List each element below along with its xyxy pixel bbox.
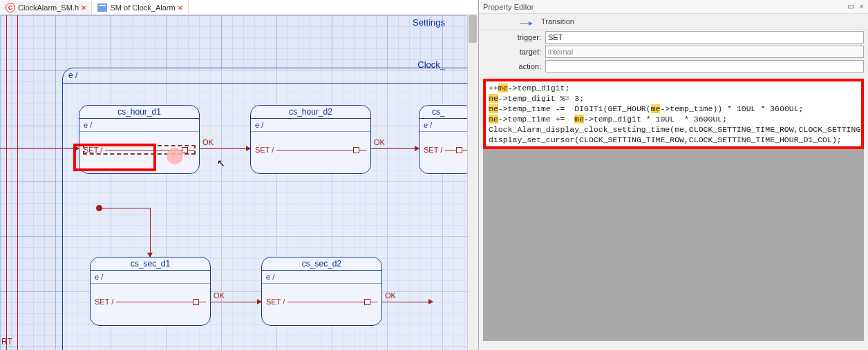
outer-entry-action: e / (63, 68, 477, 84)
transition-line (150, 208, 151, 257)
close-icon[interactable]: × (860, 2, 864, 11)
c-file-icon: C (6, 3, 15, 12)
ok-label: OK (385, 291, 396, 300)
statemachine-icon (97, 3, 107, 12)
action-input[interactable] (545, 60, 864, 72)
set-internal-transition[interactable]: SET / (95, 298, 206, 306)
transition-line (211, 302, 261, 302)
state-entry: e / (91, 271, 210, 284)
state-title: cs_hour_d2 (251, 106, 370, 119)
target-label: target: (483, 48, 541, 56)
set-line (105, 150, 195, 150)
editor-tabbar: C ClockAlarm_SM.h × SM of Clock_Alarm × (0, 0, 477, 15)
transition-line (6, 15, 7, 350)
state-body: SET / (262, 284, 381, 309)
close-icon[interactable]: × (82, 3, 86, 12)
state-title: cs_sec_d1 (91, 257, 210, 271)
set-label: SET / (424, 146, 442, 154)
state-body: SET / (251, 132, 370, 157)
ok-label: OK (202, 138, 214, 146)
set-line (276, 150, 366, 150)
state-title: cs_hour_d1 (79, 106, 199, 119)
trigger-input[interactable] (545, 31, 864, 43)
transition-line (382, 302, 433, 302)
transition-line (17, 15, 18, 350)
property-editor-subtitle: Transition (479, 14, 868, 30)
state-cs-sec-d2[interactable]: cs_sec_d2 e / SET / (261, 257, 382, 326)
close-icon[interactable]: × (178, 3, 182, 12)
transition-label: Transition (541, 17, 574, 26)
state-entry: e / (251, 119, 370, 132)
state-entry: e / (262, 271, 381, 284)
arrow-right-icon (257, 299, 262, 304)
diagram-canvas[interactable]: Settings Clock_ e / cs_hour_d1 e / SET /… (0, 15, 477, 350)
pointer-marker (167, 148, 183, 164)
set-line (116, 302, 206, 302)
arrow-right-icon (246, 146, 251, 151)
arrow-right-icon (428, 299, 433, 304)
transition-line (102, 208, 151, 208)
initial-pseudostate (96, 205, 102, 211)
set-label: SET / (266, 298, 285, 306)
set-label: SET / (84, 146, 102, 154)
set-internal-transition[interactable]: SET / (255, 146, 366, 154)
trigger-label: trigger: (483, 33, 541, 41)
arrow-down-icon (147, 253, 153, 257)
transition-line (0, 148, 79, 149)
arrow-right-icon (75, 146, 79, 151)
property-editor-panel: Property Editor ▭ × Transition trigger: … (478, 0, 868, 350)
state-cs-hour-d1[interactable]: cs_hour_d1 e / SET / (79, 105, 200, 174)
set-internal-transition[interactable]: SET / (424, 146, 469, 154)
state-title: cs_sec_d2 (262, 257, 381, 271)
state-entry: e / (79, 119, 199, 132)
action-code-textarea[interactable]: ++me->temp_digit; me->temp_digit %= 3; m… (483, 79, 864, 149)
tab-label: SM of Clock_Alarm (110, 3, 175, 12)
target-input[interactable] (545, 46, 864, 58)
undock-icon[interactable]: ▭ (847, 2, 854, 11)
set-line (287, 302, 377, 302)
arrow-right-icon (415, 146, 419, 151)
property-editor-form: trigger: target: action: (479, 30, 868, 79)
settings-label: Settings (413, 17, 445, 28)
state-body: SET / (419, 132, 473, 157)
state-entry: e / (419, 119, 473, 132)
property-editor-title-bar: Property Editor ▭ × (479, 0, 868, 14)
action-code-container: ++me->temp_digit; me->temp_digit %= 3; m… (483, 79, 864, 341)
property-editor-title: Property Editor (483, 3, 534, 11)
state-title: cs_ (419, 106, 473, 119)
state-cs-sec-d1[interactable]: cs_sec_d1 e / SET / (90, 257, 211, 326)
set-internal-transition[interactable]: SET / (266, 298, 377, 306)
transition-line (371, 148, 419, 149)
tab-sm-of-clock-alarm[interactable]: SM of Clock_Alarm × (92, 1, 189, 14)
set-line (445, 150, 469, 150)
state-cs-hour-d2[interactable]: cs_hour_d2 e / SET / (250, 105, 371, 174)
set-label: SET / (255, 146, 274, 154)
state-cs-partial[interactable]: cs_ e / SET / (419, 105, 474, 174)
mouse-cursor-icon: ↖ (217, 157, 225, 168)
tab-label: ClockAlarm_SM.h (18, 3, 79, 12)
tab-clockalarm-sm-h[interactable]: C ClockAlarm_SM.h × (0, 1, 92, 14)
rt-label: RT (1, 337, 12, 347)
set-label: SET / (95, 298, 113, 306)
canvas-scrollbar[interactable] (467, 15, 477, 350)
action-label: action: (483, 62, 541, 70)
ok-label: OK (374, 138, 385, 146)
state-body: SET / (91, 284, 210, 309)
ok-label: OK (214, 291, 225, 300)
transition-icon (520, 17, 534, 26)
scrollbar-thumb[interactable] (469, 15, 477, 43)
transition-line (200, 148, 250, 149)
